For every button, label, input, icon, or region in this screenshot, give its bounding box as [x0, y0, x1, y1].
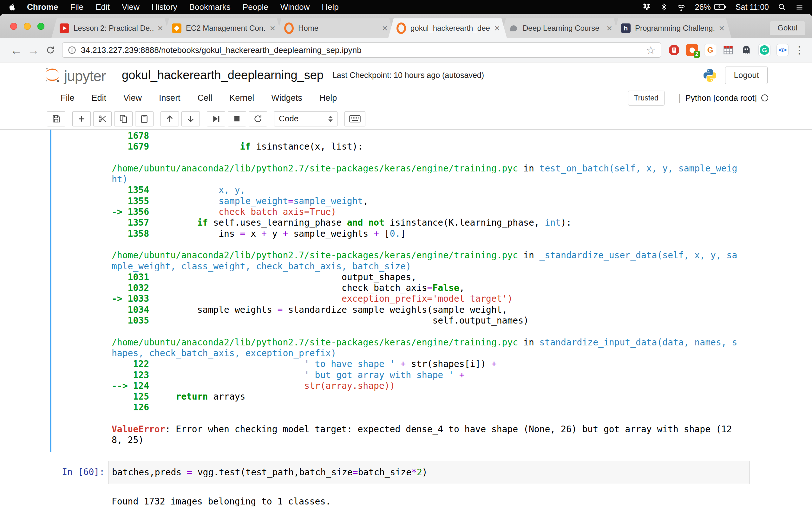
macos-menu-view[interactable]: View [116, 2, 146, 12]
battery-indicator[interactable]: 26% [695, 3, 727, 12]
tab-close-icon[interactable]: × [719, 23, 724, 33]
traceback-line [112, 413, 737, 424]
notification-center-icon[interactable] [795, 3, 804, 11]
move-cell-up-button[interactable] [160, 111, 179, 126]
logout-button[interactable]: Logout [725, 66, 768, 84]
duckduckgo-extension-icon[interactable]: 2 [686, 44, 698, 56]
traceback-line: /home/ubuntu/anaconda2/lib/python2.7/sit… [112, 337, 737, 348]
macos-menu-edit[interactable]: Edit [90, 2, 116, 12]
kernel-indicator: | Python [conda root] [678, 93, 768, 103]
grammarly-extension-icon[interactable]: G [758, 44, 770, 56]
battery-percent: 26% [695, 3, 711, 12]
browser-tab[interactable]: Deep Learning Course× [501, 18, 619, 38]
browser-tab[interactable]: gokul_hackerearth_dee...× [388, 18, 507, 38]
traceback-line: -> 1356 check_batch_axis=True) [112, 207, 737, 217]
browser-tab[interactable]: EC2 Management Con...× [164, 18, 282, 38]
grammarly-g-icon: G [760, 45, 769, 55]
macos-menu-bookmarks[interactable]: Bookmarks [183, 2, 237, 12]
close-window-button[interactable] [10, 23, 17, 30]
jupyter-logo[interactable]: jupyter [44, 66, 106, 83]
traceback-line: ValueError: Error when checking model ta… [112, 424, 737, 435]
tab-close-icon[interactable]: × [382, 23, 388, 33]
g-extension-icon[interactable]: G [704, 44, 716, 56]
arrow-down-icon [186, 114, 195, 124]
back-button[interactable]: ← [8, 42, 25, 59]
traceback-line: 125 return arrays [112, 391, 737, 402]
jupyter-menu-file[interactable]: File [52, 93, 83, 103]
traceback-line: 1035 self.output_names) [112, 315, 737, 326]
jupyter-menubar: FileEditViewInsertCellKernelWidgetsHelp … [0, 88, 812, 108]
jupyter-menu-help[interactable]: Help [311, 93, 346, 103]
floppy-icon [51, 114, 61, 124]
jupyter-favicon [397, 23, 406, 33]
browser-tab[interactable]: Home× [276, 18, 395, 38]
ghostery-extension-icon[interactable] [740, 44, 752, 56]
macos-menu-history[interactable]: History [146, 2, 183, 12]
paste-cell-button[interactable] [135, 111, 154, 126]
tab-close-icon[interactable]: × [606, 23, 612, 33]
stop-kernel-button[interactable] [228, 111, 246, 126]
jupyter-menu-cell[interactable]: Cell [189, 93, 221, 103]
zoom-window-button[interactable] [38, 23, 44, 30]
omnibox[interactable]: 34.213.227.239:8888/notebooks/gokul_hack… [62, 43, 661, 58]
jupyter-menu-view[interactable]: View [115, 93, 150, 103]
kernel-separator: | [678, 93, 681, 103]
trusted-button[interactable]: Trusted [628, 91, 664, 106]
run-cell-button[interactable] [207, 111, 225, 126]
code-cell-input[interactable]: batches,preds = vgg.test(test_path,batch… [108, 461, 750, 484]
reload-button[interactable] [42, 42, 59, 59]
bookmark-star-icon[interactable]: ☆ [646, 45, 656, 55]
dropbox-icon[interactable] [642, 3, 651, 11]
traceback-line [112, 153, 737, 163]
add-cell-button[interactable] [72, 111, 91, 126]
url-input[interactable]: 34.213.227.239:8888/notebooks/gokul_hack… [81, 45, 641, 55]
cut-cell-button[interactable] [93, 111, 112, 126]
kernel-name: Python [conda root] [686, 93, 757, 103]
traceback-line: 1357 if self.uses_learning_phase and not… [112, 217, 737, 228]
jupyter-menu-widgets[interactable]: Widgets [263, 93, 311, 103]
forward-button[interactable]: → [25, 42, 42, 59]
macos-menu-chrome[interactable]: Chrome [21, 2, 64, 12]
tab-close-icon[interactable]: × [270, 23, 275, 33]
copy-icon [119, 114, 128, 124]
browser-tab[interactable]: Programming Challeng...× [613, 18, 731, 38]
macos-menu-help[interactable]: Help [316, 2, 345, 12]
refresh-icon [253, 114, 263, 124]
bluetooth-icon[interactable] [660, 3, 668, 11]
page-info-icon[interactable] [67, 46, 77, 55]
browser-tab[interactable]: Lesson 2: Practical De...× [51, 18, 170, 38]
jupyter-page: jupyter gokul_hackerearth_deeplearning_s… [0, 62, 812, 507]
tab-close-icon[interactable]: × [157, 23, 163, 33]
macos-menu-file[interactable]: File [64, 2, 90, 12]
menubar-clock[interactable]: Sat 11:00 [735, 3, 769, 12]
chrome-menu-icon[interactable]: ⋮ [794, 44, 804, 56]
spotlight-icon[interactable] [778, 3, 786, 11]
jupyter-menu-kernel[interactable]: Kernel [221, 93, 263, 103]
hackerearth-favicon [621, 23, 630, 33]
code-extension-icon[interactable]: </> [776, 44, 789, 56]
cell-type-dropdown[interactable]: Code [274, 111, 338, 126]
jupyter-logo-icon [44, 66, 61, 83]
macos-menu-window[interactable]: Window [274, 2, 316, 12]
jupyter-menu-edit[interactable]: Edit [83, 93, 115, 103]
save-button[interactable] [47, 111, 65, 126]
jupyter-menu-insert[interactable]: Insert [150, 93, 189, 103]
jupyter-header: jupyter gokul_hackerearth_deeplearning_s… [0, 62, 812, 88]
keyboard-icon [349, 115, 361, 123]
notebook-area: 1678 1679 if isinstance(x, list): /home/… [0, 130, 812, 507]
apple-icon[interactable] [8, 3, 16, 11]
command-palette-button[interactable] [345, 111, 365, 126]
copy-cell-button[interactable] [114, 111, 133, 126]
select-arrows-icon [328, 116, 333, 122]
tab-close-icon[interactable]: × [494, 23, 500, 33]
table-extension-icon[interactable] [722, 44, 734, 56]
notebook-title[interactable]: gokul_hackerearth_deeplearning_sep [122, 68, 323, 82]
wifi-icon[interactable] [676, 2, 686, 12]
macos-menu-people[interactable]: People [237, 2, 274, 12]
restart-kernel-button[interactable] [249, 111, 267, 126]
move-cell-down-button[interactable] [182, 111, 200, 126]
chrome-tabbar: Lesson 2: Practical De...×EC2 Management… [0, 14, 812, 38]
minimize-window-button[interactable] [24, 23, 31, 30]
adblock-extension-icon[interactable] [668, 44, 680, 56]
chrome-profile-name[interactable]: Gokul [770, 21, 805, 35]
